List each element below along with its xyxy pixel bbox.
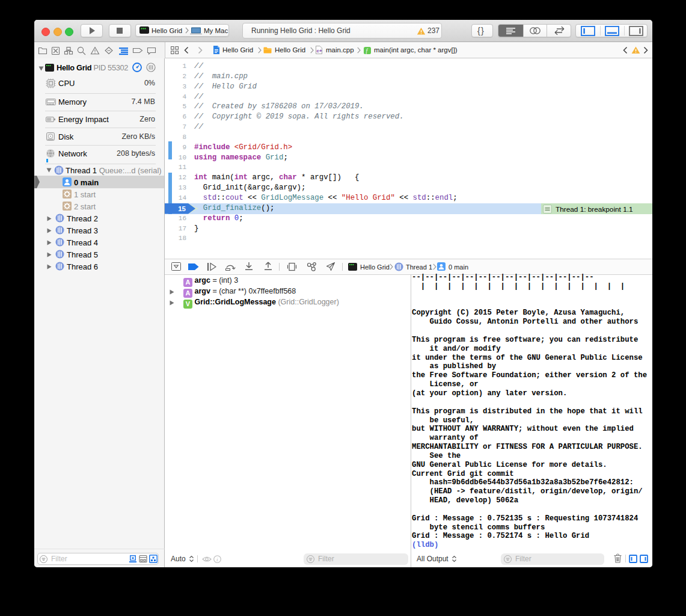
svg-text:c+: c+: [317, 48, 322, 54]
svg-text:Hello Grid: Hello Grid: [152, 27, 182, 34]
svg-text:{ }: { }: [477, 26, 484, 35]
svg-text:i: i: [216, 556, 218, 562]
svg-text:My Mac: My Mac: [204, 27, 228, 34]
